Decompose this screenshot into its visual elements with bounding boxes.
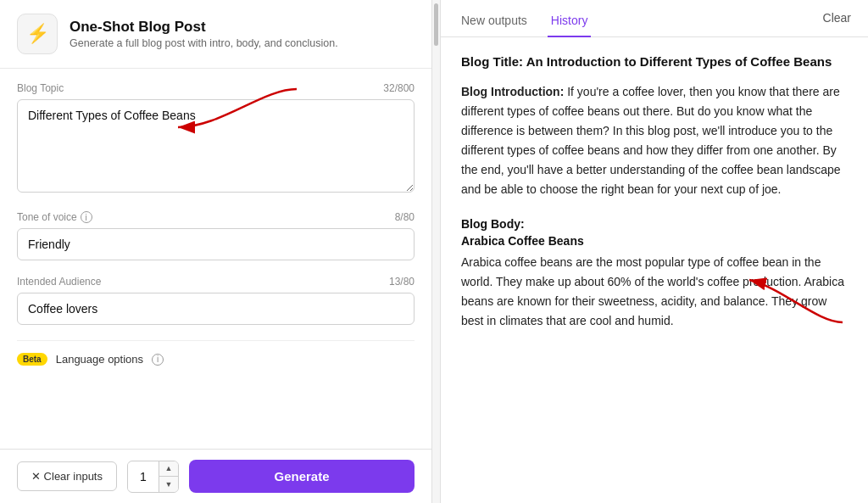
right-panel: New outputs History Clear Blog Title: An… xyxy=(441,0,868,503)
blog-intro-section: Blog Introduction: If you're a coffee lo… xyxy=(461,82,848,200)
audience-label-row: Intended Audience 13/80 xyxy=(17,276,415,288)
blog-topic-count: 32/800 xyxy=(383,82,415,94)
app-header: ⚡ One-Shot Blog Post Generate a full blo… xyxy=(0,0,431,69)
app-title: One-Shot Blog Post xyxy=(70,19,338,36)
audience-label: Intended Audience xyxy=(17,276,101,288)
right-tabs: New outputs History Clear xyxy=(441,0,868,37)
scroll-thumb xyxy=(434,3,438,46)
tone-field: Tone of voice i 8/80 xyxy=(17,211,415,260)
blog-intro-text: Blog Introduction: If you're a coffee lo… xyxy=(461,82,848,200)
tone-label: Tone of voice i xyxy=(17,211,92,223)
audience-input[interactable] xyxy=(17,293,415,325)
blog-body-heading: Blog Body: xyxy=(461,217,848,231)
tone-label-row: Tone of voice i 8/80 xyxy=(17,211,415,223)
blog-topic-field: Blog Topic 32/800 xyxy=(17,82,415,196)
lightning-icon: ⚡ xyxy=(26,23,49,45)
blog-arabica-heading: Arabica Coffee Beans xyxy=(461,234,848,248)
app-subtitle: Generate a full blog post with intro, bo… xyxy=(70,37,338,49)
blog-intro-body: If you're a coffee lover, then you know … xyxy=(461,85,841,196)
clear-inputs-button[interactable]: ✕ Clear inputs xyxy=(17,461,117,491)
blog-topic-label: Blog Topic xyxy=(17,82,64,94)
footer-bar: ✕ Clear inputs 1 ▲ ▼ Generate xyxy=(0,449,431,503)
tab-new-outputs[interactable]: New outputs xyxy=(458,7,531,37)
right-content: Blog Title: An Introduction to Different… xyxy=(441,37,868,503)
clear-button[interactable]: Clear xyxy=(823,11,851,33)
tone-count: 8/80 xyxy=(395,211,415,223)
generate-button[interactable]: Generate xyxy=(189,460,415,493)
tone-info-icon[interactable]: i xyxy=(81,211,92,223)
blog-intro-heading: Blog Introduction: xyxy=(461,85,564,98)
quantity-control: 1 ▲ ▼ xyxy=(127,461,179,493)
blog-title: Blog Title: An Introduction to Different… xyxy=(461,54,848,69)
scroll-divider xyxy=(432,0,441,503)
language-options-row: Beta Language options i xyxy=(17,340,415,377)
beta-badge: Beta xyxy=(17,353,47,366)
form-area: Blog Topic 32/800 Tone of voice i 8/80 xyxy=(0,69,431,449)
tab-history[interactable]: History xyxy=(548,7,592,37)
blog-arabica-text: Arabica coffee beans are the most popula… xyxy=(461,253,848,331)
app-icon: ⚡ xyxy=(17,14,58,54)
language-label: Language options xyxy=(56,353,143,366)
audience-field: Intended Audience 13/80 xyxy=(17,276,415,325)
quantity-display: 1 xyxy=(128,463,159,490)
quantity-down-button[interactable]: ▼ xyxy=(159,477,178,492)
blog-topic-input[interactable] xyxy=(17,99,415,193)
blog-topic-label-row: Blog Topic 32/800 xyxy=(17,82,415,94)
quantity-arrows: ▲ ▼ xyxy=(159,461,178,492)
left-panel: ⚡ One-Shot Blog Post Generate a full blo… xyxy=(0,0,432,503)
quantity-up-button[interactable]: ▲ xyxy=(159,461,178,477)
app-title-group: One-Shot Blog Post Generate a full blog … xyxy=(70,19,338,49)
tone-input[interactable] xyxy=(17,228,415,260)
audience-count: 13/80 xyxy=(389,276,415,288)
language-info-icon[interactable]: i xyxy=(152,354,164,366)
